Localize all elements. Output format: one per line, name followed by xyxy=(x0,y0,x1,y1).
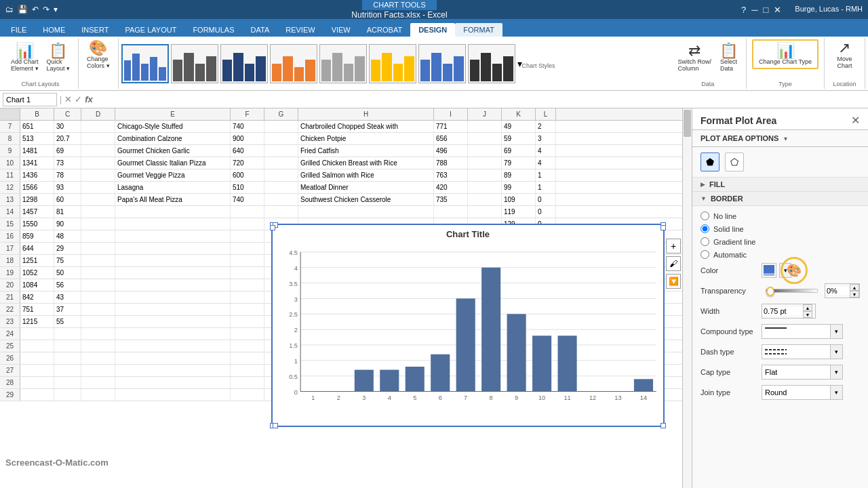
help-icon[interactable]: ? xyxy=(741,5,746,15)
grid-cell[interactable]: 20.7 xyxy=(54,133,81,144)
cap-type-arrow[interactable]: ▾ xyxy=(830,365,842,379)
grid-cell[interactable]: 1 xyxy=(536,182,556,193)
width-control[interactable]: ▲ ▼ xyxy=(762,304,860,319)
color-control[interactable]: ▾ 🎨 xyxy=(762,263,860,278)
grid-cell[interactable] xyxy=(231,377,264,388)
grid-cell[interactable]: 4 xyxy=(536,157,556,169)
grid-cell[interactable] xyxy=(115,352,231,364)
grid-cell[interactable] xyxy=(231,291,264,303)
tab-format[interactable]: FORMAT xyxy=(455,23,502,37)
grid-cell[interactable]: 900 xyxy=(231,133,264,144)
chart-style-2[interactable] xyxy=(171,44,218,83)
grid-cell[interactable] xyxy=(468,133,502,144)
chart-style-8[interactable] xyxy=(468,44,515,83)
dash-type-arrow[interactable]: ▾ xyxy=(830,345,842,359)
transparency-input-wrapper[interactable]: ▲ ▼ xyxy=(825,283,860,298)
table-row[interactable]: 11143678Gourmet Veggie Pizza600Grilled S… xyxy=(0,169,692,182)
grid-cell[interactable]: 48 xyxy=(54,230,81,242)
table-row[interactable]: 141457811190 xyxy=(0,206,692,218)
cancel-formula-icon[interactable]: ✕ xyxy=(64,94,72,104)
grid-cell[interactable]: 771 xyxy=(434,121,468,132)
tab-page-layout[interactable]: PAGE LAYOUT xyxy=(117,23,184,37)
undo-icon[interactable]: ↶ xyxy=(32,5,39,14)
grid-cell[interactable] xyxy=(434,206,468,218)
grid-cell[interactable]: 842 xyxy=(20,291,54,303)
tab-data[interactable]: DATA xyxy=(243,23,278,37)
grid-cell[interactable] xyxy=(115,243,231,254)
grid-cell[interactable]: Papa's All Meat Pizza xyxy=(115,194,231,205)
solid-line-radio[interactable] xyxy=(701,224,709,233)
name-box[interactable] xyxy=(3,93,57,106)
width-down[interactable]: ▼ xyxy=(803,311,812,318)
grid-cell[interactable] xyxy=(81,206,115,218)
grid-cell[interactable] xyxy=(231,340,264,352)
grid-cell[interactable] xyxy=(231,316,264,327)
chart-style-4[interactable] xyxy=(270,44,317,83)
grid-cell[interactable] xyxy=(231,304,264,315)
grid-cell[interactable] xyxy=(115,218,231,230)
tab-insert[interactable]: INSERT xyxy=(73,23,117,37)
gradient-line-radio[interactable] xyxy=(701,237,709,246)
transparency-thumb[interactable] xyxy=(766,287,774,296)
grid-cell[interactable]: 3 xyxy=(536,133,556,144)
grid-cell[interactable]: 740 xyxy=(231,121,264,132)
grid-cell[interactable] xyxy=(81,389,115,401)
grid-cell[interactable] xyxy=(54,340,81,352)
grid-cell[interactable]: Combination Calzone xyxy=(115,133,231,144)
grid-cell[interactable]: 50 xyxy=(54,267,81,279)
grid-cell[interactable]: 496 xyxy=(434,145,468,157)
grid-cell[interactable] xyxy=(20,377,54,388)
grid-cell[interactable]: Meatloaf Dinner xyxy=(298,182,434,193)
grid-cell[interactable] xyxy=(231,243,264,254)
grid-cell[interactable]: Fried Catfish xyxy=(298,145,434,157)
grid-cell[interactable]: 69 xyxy=(502,145,536,157)
chart-style-6[interactable] xyxy=(369,44,416,83)
grid-cell[interactable]: Gourmet Chicken Garlic xyxy=(115,145,231,157)
grid-cell[interactable] xyxy=(231,365,264,376)
grid-cell[interactable]: 1052 xyxy=(20,267,54,279)
grid-cell[interactable]: 69 xyxy=(54,145,81,157)
spreadsheet[interactable]: B C D E F G H I J K L 765130Chicago-Styl… xyxy=(0,108,692,488)
grid-cell[interactable]: 600 xyxy=(231,169,264,181)
grid-cell[interactable] xyxy=(468,194,502,205)
dash-type-dropdown[interactable]: ▾ xyxy=(762,344,843,359)
grid-cell[interactable] xyxy=(231,352,264,364)
grid-cell[interactable] xyxy=(81,157,115,169)
grid-cell[interactable]: 513 xyxy=(20,133,54,144)
grid-cell[interactable] xyxy=(468,182,502,193)
grid-cell[interactable]: 29 xyxy=(54,243,81,254)
grid-cell[interactable] xyxy=(20,328,54,340)
grid-cell[interactable]: 73 xyxy=(54,157,81,169)
grid-cell[interactable] xyxy=(81,304,115,315)
grid-cell[interactable]: 0 xyxy=(536,194,556,205)
grid-cell[interactable]: Southwest Chicken Casserole xyxy=(298,194,434,205)
chart-handle-mr[interactable] xyxy=(660,225,666,230)
grid-cell[interactable]: 751 xyxy=(20,304,54,315)
grid-cell[interactable]: 49 xyxy=(502,121,536,132)
tab-home[interactable]: HOME xyxy=(35,23,73,37)
switch-row-column-button[interactable]: ⇄ Switch Row/Column xyxy=(675,42,715,73)
grid-cell[interactable] xyxy=(115,255,231,266)
grid-cell[interactable]: 510 xyxy=(231,182,264,193)
grid-cell[interactable] xyxy=(264,157,298,169)
grid-cell[interactable]: 1 xyxy=(536,169,556,181)
grid-cell[interactable] xyxy=(54,389,81,401)
grid-cell[interactable] xyxy=(231,206,264,218)
grid-cell[interactable]: 1436 xyxy=(20,169,54,181)
grid-cell[interactable]: 1457 xyxy=(20,206,54,218)
scroll-thumb[interactable] xyxy=(684,110,691,137)
fill-section-header[interactable]: ▶ FILL xyxy=(692,178,868,192)
tab-acrobat[interactable]: ACROBAT xyxy=(359,23,410,37)
grid-cell[interactable] xyxy=(81,243,115,254)
tab-view[interactable]: VIEW xyxy=(323,23,359,37)
compound-type-arrow[interactable]: ▾ xyxy=(830,325,842,338)
grid-cell[interactable] xyxy=(115,279,231,291)
transparency-slider[interactable] xyxy=(766,289,818,293)
grid-cell[interactable] xyxy=(231,230,264,242)
grid-cell[interactable]: 644 xyxy=(20,243,54,254)
grid-cell[interactable] xyxy=(81,230,115,242)
quick-access-toolbar[interactable]: 🗂 💾 ↶ ↷ ▾ xyxy=(5,5,58,14)
grid-cell[interactable] xyxy=(231,389,264,401)
grid-cell[interactable]: 1251 xyxy=(20,255,54,266)
grid-cell[interactable] xyxy=(81,194,115,205)
